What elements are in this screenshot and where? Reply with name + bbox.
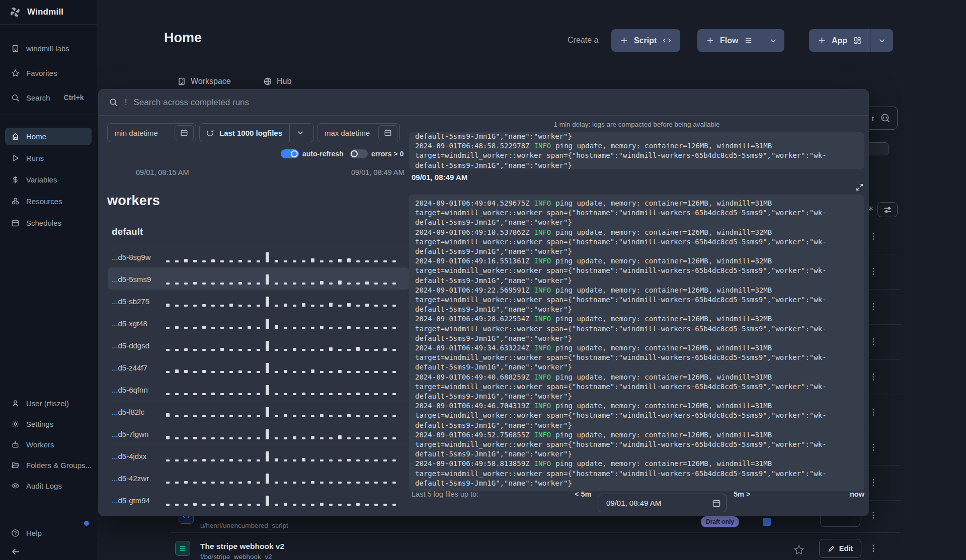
kebab-menu-icon[interactable] [869, 302, 878, 311]
worker-row[interactable]: ...d5-gtm94 [108, 489, 410, 511]
log-timestamp: 2024-09-01T06:49:16.551361Z [415, 257, 530, 265]
worker-row[interactable]: ...d5-5sms9 [108, 267, 410, 290]
building-icon [11, 44, 20, 53]
kebab-menu-icon[interactable] [869, 511, 878, 520]
favorite-star-icon[interactable] [793, 544, 805, 556]
sidebar-item-home[interactable]: Home [5, 128, 92, 145]
edit-button-label: Edit [839, 544, 853, 552]
log-level: INFO [534, 228, 551, 236]
log-line: target=windmill_worker::worker span={"ho… [415, 295, 858, 305]
robot-icon [11, 440, 20, 449]
log-timestamp: 2024-09-01T06:49:04.529675Z [415, 199, 530, 207]
worker-list: ...d5-8sg9w ...d5-5sms9 ...d5-sb275 ...d… [108, 245, 410, 511]
create-flow-button[interactable]: Flow [697, 29, 762, 52]
app-logo[interactable]: Windmill [0, 0, 97, 25]
create-app-dropdown[interactable] [870, 29, 893, 52]
worker-name: ...d5-ddgsd [112, 341, 149, 349]
globe-icon [263, 77, 272, 86]
create-app-button[interactable]: App [809, 29, 870, 52]
kebab-menu-icon[interactable] [869, 232, 878, 241]
auto-refresh-label: auto-refresh [302, 150, 344, 158]
worker-row[interactable]: ...d5-7lgwn [108, 422, 410, 444]
max-datetime-label: max datetime [317, 129, 378, 137]
create-flow-dropdown[interactable] [762, 29, 784, 52]
log-message: ping update, memory: container=126MB, wi… [555, 199, 772, 207]
kebab-menu-icon[interactable] [869, 337, 878, 346]
worker-row[interactable]: ...d5-42zwr [108, 466, 410, 489]
log-datetime-picker[interactable]: 09/01, 08:49 AM [598, 494, 727, 512]
log-message: ping update, memory: container=126MB, wi… [555, 286, 772, 294]
worker-row[interactable]: ...d5-8sg9w [108, 245, 410, 267]
min-datetime-field[interactable]: min datetime [107, 123, 196, 142]
auto-refresh-toggle[interactable] [281, 149, 299, 158]
sidebar-item-schedules[interactable]: Schedules [0, 214, 97, 231]
code-icon [662, 36, 672, 45]
worker-row[interactable]: ...d5-4jdxx [108, 444, 410, 466]
log-level: INFO [534, 402, 551, 410]
create-script-button[interactable]: Script [611, 29, 680, 52]
sidebar-item-workspace[interactable]: windmill-labs [0, 40, 97, 57]
sidebar-item-resources[interactable]: Resources [0, 193, 97, 210]
expand-icon[interactable] [855, 183, 864, 192]
worker-row[interactable]: ...d5-xgt48 [108, 312, 410, 334]
worker-row[interactable]: ...d5-sb275 [108, 290, 410, 312]
calendar-icon[interactable] [378, 125, 397, 140]
forward-5m-button[interactable]: 5m > [734, 490, 750, 498]
create-flow-label: Flow [720, 36, 738, 45]
worker-row[interactable]: ...d5-ddgsd [108, 334, 410, 356]
sidebar-item-help[interactable]: Help [0, 524, 97, 541]
sidebar-item-audit-logs[interactable]: Audit Logs [0, 477, 97, 494]
kebab-menu-icon[interactable] [869, 443, 878, 452]
log-line: default-5sms9-Jmn1G","name":"worker"} [415, 479, 858, 488]
log-entry: 2024-09-01T06:49:40.688259ZINFOping upda… [415, 372, 858, 402]
windmill-app: Home Create a Script Flow App Workspace [0, 0, 966, 560]
worker-row[interactable]: ...d5-l82lc [108, 400, 410, 422]
windmill-logo-icon [9, 6, 21, 18]
sidebar-item-workers[interactable]: Workers [0, 436, 97, 453]
sidebar-item-runs[interactable]: Runs [0, 149, 97, 166]
sidebar-item-folders-groups[interactable]: Folders & Groups... [0, 456, 97, 474]
chevron-down-icon [769, 37, 777, 45]
max-datetime-field[interactable]: max datetime [317, 123, 400, 142]
log-entry: 2024-09-01T06:49:10.537862ZINFOping upda… [415, 228, 858, 257]
plus-icon [706, 36, 714, 45]
log-line: target=windmill_worker::worker span={"ho… [415, 411, 858, 420]
log-line: default-5sms9-Jmn1G","name":"worker"} [415, 276, 858, 286]
worker-row[interactable]: ...d5-6qfnn [108, 378, 410, 400]
collapse-sidebar-button[interactable] [0, 543, 97, 560]
sidebar-item-label: Folders & Groups... [26, 461, 92, 470]
now-button[interactable]: now [841, 490, 864, 498]
kebab-menu-icon[interactable] [869, 372, 878, 382]
filter-sliders-button[interactable] [877, 202, 898, 217]
row-b-path: f/bd/stripe_webhook_v2 [200, 553, 272, 560]
tab-workspace[interactable]: Workspace [177, 77, 231, 86]
runs-search-input[interactable] [133, 98, 858, 108]
worker-name: ...d5-gtm94 [112, 496, 150, 504]
log-line: default-5sms9-Jmn1G","name":"worker"} [415, 449, 858, 459]
edit-button[interactable]: Edit [819, 539, 861, 558]
kebab-menu-icon[interactable] [869, 408, 878, 417]
kebab-menu-icon[interactable] [869, 267, 878, 276]
errors-only-toggle[interactable] [350, 149, 368, 158]
sidebar-item-user[interactable]: User (rfiszel) [0, 395, 97, 412]
log-message: ping update, memory: container=126MB, wi… [555, 228, 772, 236]
worker-row[interactable]: ...d5-z44f7 [108, 356, 410, 378]
chevron-down-icon [878, 37, 886, 45]
row-divider [171, 532, 901, 533]
tab-hub[interactable]: Hub [263, 77, 291, 86]
log-level: INFO [534, 431, 551, 439]
log-line: target=windmill_worker::worker span={"ho… [415, 237, 858, 247]
sidebar-item-search[interactable]: Search Ctrl+k [0, 89, 97, 106]
plus-icon [818, 36, 826, 45]
sidebar-item-favorites[interactable]: Favorites [0, 64, 97, 81]
sidebar-item-settings[interactable]: Settings [0, 415, 97, 432]
logfiles-count-dropdown[interactable]: Last 1000 logfiles [199, 123, 314, 142]
kebab-menu-icon[interactable] [869, 544, 878, 553]
worker-name: ...d5-xgt48 [112, 319, 147, 327]
sidebar-item-variables[interactable]: Variables [0, 171, 97, 188]
calendar-icon[interactable] [175, 125, 194, 140]
back-5m-button[interactable]: < 5m [575, 490, 591, 498]
log-message: ping update, memory: container=126MB, wi… [555, 431, 772, 439]
row-b-title[interactable]: The stripe webhook v2 [200, 542, 284, 551]
kebab-menu-icon[interactable] [869, 478, 878, 487]
